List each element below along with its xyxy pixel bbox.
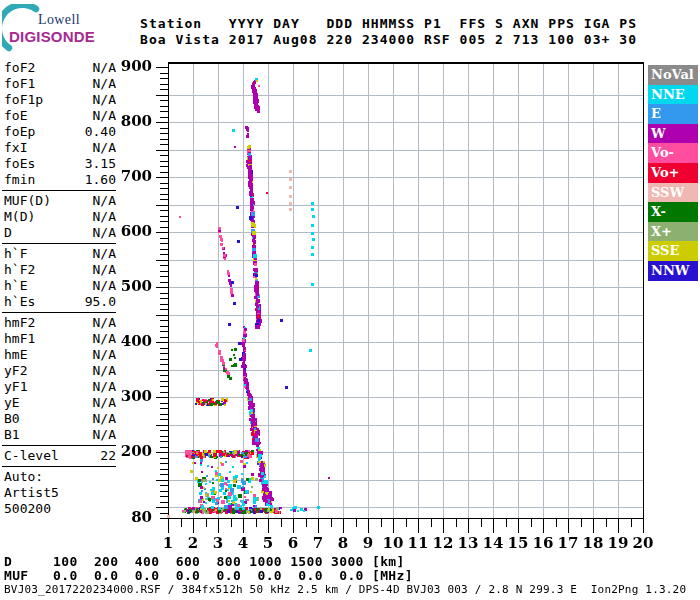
param-row-foep: foEp0.40: [4, 124, 116, 140]
legend-item-e: E: [648, 104, 698, 124]
param-row-ye: yEN/A: [4, 395, 116, 411]
param-row-d: DN/A: [4, 225, 116, 241]
param-label: B1: [4, 427, 20, 443]
param-row-fof1: foF1N/A: [4, 76, 116, 92]
legend-item-noval: NoVal: [648, 65, 698, 85]
param-label: foF1: [4, 76, 35, 92]
ionogram-page: Lowell DIGISONDE Station YYYY DAY DDD HH…: [0, 0, 700, 600]
autoscaling-info-artist5: Artist5: [4, 485, 116, 501]
param-row-hf2: h`F2N/A: [4, 262, 116, 278]
d-distance-row: D 100 200 400 600 800 1000 1500 3000 [km…: [4, 554, 405, 569]
section-divider: [2, 445, 116, 446]
param-row-fof1p: foF1pN/A: [4, 92, 116, 108]
lowell-digisonde-logo: Lowell DIGISONDE: [2, 4, 112, 50]
legend-item-sse: SSE: [648, 241, 698, 261]
param-value: 22: [100, 448, 116, 464]
param-row-hes: h`Es95.0: [4, 294, 116, 310]
ionogram-plot: [120, 50, 700, 560]
param-label: B0: [4, 411, 20, 427]
autoscaling-info-auto: Auto:: [4, 469, 116, 485]
param-label: h`F2: [4, 262, 35, 278]
param-value: N/A: [93, 92, 116, 108]
echo-direction-legend: NoValNNEEWVo-Vo+SSWX-X+SSENNW: [648, 65, 698, 281]
param-label: h`E: [4, 278, 27, 294]
param-row-yf1: yF1N/A: [4, 379, 116, 395]
param-label: MUF(D): [4, 193, 51, 209]
param-label: foF1p: [4, 92, 43, 108]
param-label: foF2: [4, 60, 35, 76]
param-label: hmF2: [4, 315, 35, 331]
legend-item-w: W: [648, 124, 698, 144]
param-value: 3.15: [85, 156, 116, 172]
param-label: foEs: [4, 156, 35, 172]
param-value: 0.40: [85, 124, 116, 140]
param-row-fxi: fxIN/A: [4, 140, 116, 156]
autoscaling-info-500200: 500200: [4, 501, 116, 517]
param-label: hmF1: [4, 331, 35, 347]
param-value: N/A: [93, 246, 116, 262]
param-label: yE: [4, 395, 20, 411]
legend-item-ssw: SSW: [648, 183, 698, 203]
legend-item-vo: Vo+: [648, 163, 698, 183]
param-label: h`F: [4, 246, 27, 262]
param-label: foEp: [4, 124, 35, 140]
header-line-2: Boa Vista 2017 Aug08 220 234000 RSF 005 …: [140, 32, 637, 47]
param-row-foes: foEs3.15: [4, 156, 116, 172]
legend-item-nne: NNE: [648, 85, 698, 105]
file-info-row: BVJ03_2017220234000.RSF / 384fx512h 50 k…: [4, 583, 686, 596]
param-value: N/A: [93, 140, 116, 156]
param-row-hme: hmEN/A: [4, 347, 116, 363]
param-value: N/A: [93, 427, 116, 443]
param-row-clevel: C-level22: [4, 448, 116, 464]
parameter-panel: foF2N/AfoF1N/AfoF1pN/AfoEN/AfoEp0.40fxIN…: [4, 60, 116, 517]
legend-item-vo: Vo-: [648, 143, 698, 163]
param-label: fmin: [4, 172, 35, 188]
param-value: N/A: [93, 395, 116, 411]
param-value: N/A: [93, 262, 116, 278]
param-value: N/A: [93, 209, 116, 225]
param-label: yF1: [4, 379, 27, 395]
param-row-foe: foEN/A: [4, 108, 116, 124]
param-value: N/A: [93, 225, 116, 241]
param-value: N/A: [93, 76, 116, 92]
param-row-yf2: yF2N/A: [4, 363, 116, 379]
param-row-hmf1: hmF1N/A: [4, 331, 116, 347]
param-label: foE: [4, 108, 27, 124]
param-value: N/A: [93, 411, 116, 427]
header-line-1: Station YYYY DAY DDD HHMMSS P1 FFS S AXN…: [140, 16, 637, 31]
param-value: 95.0: [85, 294, 116, 310]
param-value: N/A: [93, 315, 116, 331]
param-label: D: [4, 225, 12, 241]
param-row-md: M(D)N/A: [4, 209, 116, 225]
param-value: N/A: [93, 347, 116, 363]
param-label: C-level: [4, 448, 59, 464]
param-row-fof2: foF2N/A: [4, 60, 116, 76]
param-label: M(D): [4, 209, 35, 225]
param-row-b1: B1N/A: [4, 427, 116, 443]
param-value: N/A: [93, 363, 116, 379]
section-divider: [2, 243, 116, 244]
param-row-mufd: MUF(D)N/A: [4, 193, 116, 209]
param-value: N/A: [93, 108, 116, 124]
param-value: 1.60: [85, 172, 116, 188]
param-row-b0: B0N/A: [4, 411, 116, 427]
section-divider: [2, 466, 116, 467]
param-value: N/A: [93, 60, 116, 76]
param-label: yF2: [4, 363, 27, 379]
param-value: N/A: [93, 331, 116, 347]
legend-item-x: X-: [648, 202, 698, 222]
param-value: N/A: [93, 379, 116, 395]
param-row-hmf2: hmF2N/A: [4, 315, 116, 331]
logo-digisonde-text: DIGISONDE: [9, 28, 95, 45]
param-label: hmE: [4, 347, 27, 363]
legend-item-x: X+: [648, 222, 698, 242]
param-row-hf: h`FN/A: [4, 246, 116, 262]
logo-lowell-text: Lowell: [38, 12, 80, 28]
param-label: fxI: [4, 140, 27, 156]
param-label: h`Es: [4, 294, 35, 310]
param-value: N/A: [93, 278, 116, 294]
param-value: N/A: [93, 193, 116, 209]
param-row-fmin: fmin1.60: [4, 172, 116, 188]
section-divider: [2, 312, 116, 313]
muf-row: MUF 0.0 0.0 0.0 0.0 0.0 0.0 0.0 0.0 [MHz…: [4, 568, 413, 583]
